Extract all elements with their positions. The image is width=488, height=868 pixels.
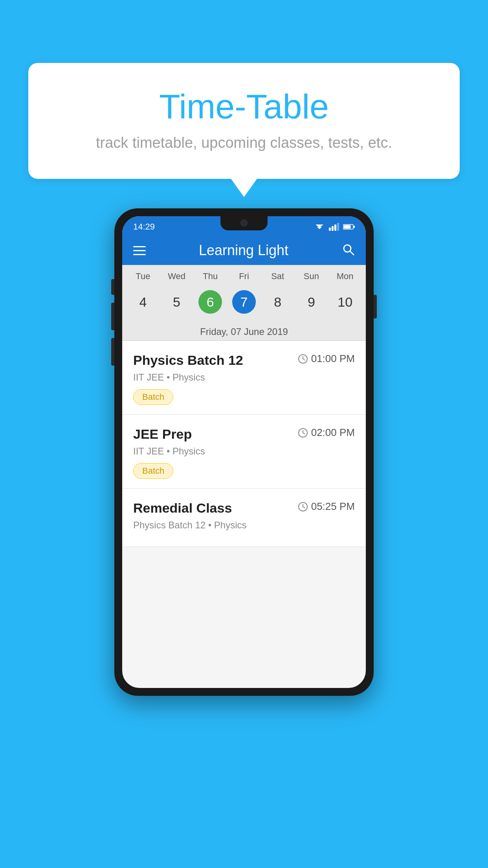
- phone-notch: [220, 216, 268, 230]
- schedule-item-meta: IIT JEE • Physics: [133, 372, 355, 383]
- calendar-day-5[interactable]: 5: [160, 287, 194, 317]
- schedule-item-title: JEE Prep: [133, 427, 192, 442]
- calendar-day-6[interactable]: 6: [193, 287, 227, 317]
- bubble-subtitle: track timetable, upcoming classes, tests…: [60, 134, 428, 151]
- calendar-day-9[interactable]: 9: [295, 287, 328, 317]
- schedule-item-time: 01:00 PM: [298, 353, 355, 365]
- signal-icon: [329, 223, 339, 231]
- svg-rect-2: [329, 228, 331, 231]
- selected-date-label: Friday, 07 June 2019: [122, 323, 366, 341]
- phone-frame: 14:29: [114, 208, 374, 696]
- calendar-day-8[interactable]: 8: [261, 287, 295, 317]
- day-headers: Tue Wed Thu Fri Sat Sun Mon: [122, 265, 366, 285]
- clock-icon: [298, 354, 308, 364]
- bubble-title: Time-Table: [60, 86, 428, 127]
- schedule-item[interactable]: JEE Prep 02:00 PM IIT JEE • Physics Batc…: [122, 415, 366, 489]
- app-bar: Learning Light: [122, 236, 366, 265]
- clock-icon: [298, 502, 308, 512]
- volume-up-button: [111, 303, 114, 330]
- day-numbers: 4 5 6 7 8 9 10: [122, 285, 366, 323]
- schedule-item-time: 02:00 PM: [298, 427, 355, 439]
- battery-icon: [343, 223, 355, 230]
- svg-line-13: [303, 359, 305, 360]
- calendar-day-10[interactable]: 10: [328, 287, 362, 317]
- day-header-sun: Sun: [295, 271, 328, 281]
- wifi-icon: [314, 223, 325, 231]
- schedule-item-meta: IIT JEE • Physics: [133, 446, 355, 457]
- day-header-thu: Thu: [193, 271, 227, 281]
- svg-rect-4: [334, 224, 336, 231]
- svg-rect-3: [332, 226, 334, 231]
- status-time: 14:29: [133, 222, 155, 232]
- app-bar-title: Learning Light: [158, 242, 330, 259]
- day-header-wed: Wed: [160, 271, 194, 281]
- schedule-item-time: 05:25 PM: [298, 500, 355, 513]
- hamburger-menu-button[interactable]: [133, 246, 146, 255]
- status-icons: [314, 223, 355, 231]
- day-header-fri: Fri: [227, 271, 261, 281]
- svg-rect-7: [344, 225, 351, 229]
- svg-rect-8: [354, 226, 355, 228]
- power-button: [374, 295, 377, 318]
- phone-camera: [240, 219, 248, 226]
- batch-tag: Batch: [133, 463, 173, 479]
- svg-marker-1: [316, 224, 323, 228]
- selected-day-circle[interactable]: 7: [232, 290, 256, 314]
- batch-tag: Batch: [133, 389, 173, 405]
- volume-down-button: [111, 338, 114, 366]
- phone-screen: 14:29: [122, 216, 366, 688]
- svg-line-10: [350, 251, 354, 255]
- svg-line-19: [303, 507, 305, 508]
- calendar-day-4[interactable]: 4: [126, 287, 160, 317]
- schedule-list: Physics Batch 12 01:00 PM IIT JEE • Phys…: [122, 341, 366, 547]
- today-circle[interactable]: 6: [198, 290, 222, 314]
- day-header-mon: Mon: [328, 271, 362, 281]
- schedule-item-title: Remedial Class: [133, 500, 232, 516]
- day-header-tue: Tue: [126, 271, 160, 281]
- speech-bubble-card: Time-Table track timetable, upcoming cla…: [28, 63, 460, 179]
- svg-rect-5: [337, 223, 339, 231]
- calendar-day-7[interactable]: 7: [227, 287, 261, 317]
- clock-icon: [298, 428, 308, 438]
- schedule-item[interactable]: Physics Batch 12 01:00 PM IIT JEE • Phys…: [122, 341, 366, 415]
- svg-line-16: [303, 433, 305, 434]
- schedule-item[interactable]: Remedial Class 05:25 PM Physics Batch 12…: [122, 489, 366, 547]
- phone-mockup: 14:29: [114, 208, 374, 696]
- schedule-item-meta: Physics Batch 12 • Physics: [133, 520, 355, 531]
- calendar-section: Tue Wed Thu Fri Sat Sun Mon 4 5 6 7: [122, 265, 366, 341]
- schedule-item-title: Physics Batch 12: [133, 353, 243, 368]
- day-header-sat: Sat: [261, 271, 295, 281]
- silent-button: [111, 279, 114, 295]
- search-icon[interactable]: [341, 243, 355, 259]
